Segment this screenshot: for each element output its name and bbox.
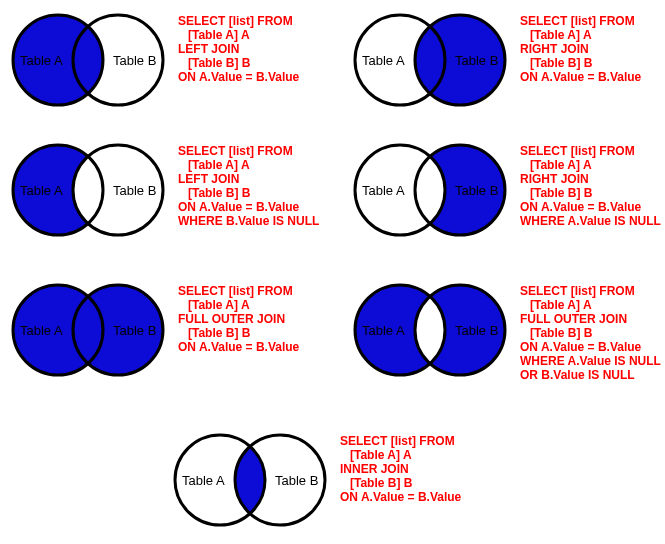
- label-b: Table B: [455, 53, 498, 68]
- label-b: Table B: [455, 323, 498, 338]
- label-a: Table A: [182, 473, 225, 488]
- left-join-cell: Table A Table B SELECT [list] FROM [Tabl…: [8, 10, 299, 110]
- sql-full-outer-excl: SELECT [list] FROM [Table A] A FULL OUTE…: [520, 284, 661, 382]
- label-a: Table A: [362, 53, 405, 68]
- venn-full-outer: Table A Table B: [8, 280, 168, 380]
- label-b: Table B: [113, 183, 156, 198]
- venn-right-join-excl: Table A Table B: [350, 140, 510, 240]
- label-b: Table B: [275, 473, 318, 488]
- label-b: Table B: [455, 183, 498, 198]
- label-b: Table B: [113, 53, 156, 68]
- sql-right-join-excl: SELECT [list] FROM [Table A] A RIGHT JOI…: [520, 144, 661, 228]
- sql-inner-join: SELECT [list] FROM [Table A] A INNER JOI…: [340, 434, 461, 504]
- venn-left-join: Table A Table B: [8, 10, 168, 110]
- right-join-cell: Table A Table B SELECT [list] FROM [Tabl…: [350, 10, 641, 110]
- venn-right-join: Table A Table B: [350, 10, 510, 110]
- label-a: Table A: [362, 323, 405, 338]
- label-a: Table A: [362, 183, 405, 198]
- left-join-excl-cell: Table A Table B SELECT [list] FROM [Tabl…: [8, 140, 319, 240]
- venn-left-join-excl: Table A Table B: [8, 140, 168, 240]
- label-a: Table A: [20, 183, 63, 198]
- label-b: Table B: [113, 323, 156, 338]
- full-outer-cell: Table A Table B SELECT [list] FROM [Tabl…: [8, 280, 299, 380]
- label-a: Table A: [20, 53, 63, 68]
- sql-right-join: SELECT [list] FROM [Table A] A RIGHT JOI…: [520, 14, 641, 84]
- sql-left-join-excl: SELECT [list] FROM [Table A] A LEFT JOIN…: [178, 144, 319, 228]
- label-a: Table A: [20, 323, 63, 338]
- sql-left-join: SELECT [list] FROM [Table A] A LEFT JOIN…: [178, 14, 299, 84]
- inner-join-cell: Table A Table B SELECT [list] FROM [Tabl…: [170, 430, 461, 530]
- full-outer-excl-cell: Table A Table B SELECT [list] FROM [Tabl…: [350, 280, 661, 382]
- right-join-excl-cell: Table A Table B SELECT [list] FROM [Tabl…: [350, 140, 661, 240]
- venn-inner-join: Table A Table B: [170, 430, 330, 530]
- sql-joins-diagram: Table A Table B SELECT [list] FROM [Tabl…: [0, 0, 665, 544]
- venn-full-outer-excl: Table A Table B: [350, 280, 510, 380]
- sql-full-outer: SELECT [list] FROM [Table A] A FULL OUTE…: [178, 284, 299, 354]
